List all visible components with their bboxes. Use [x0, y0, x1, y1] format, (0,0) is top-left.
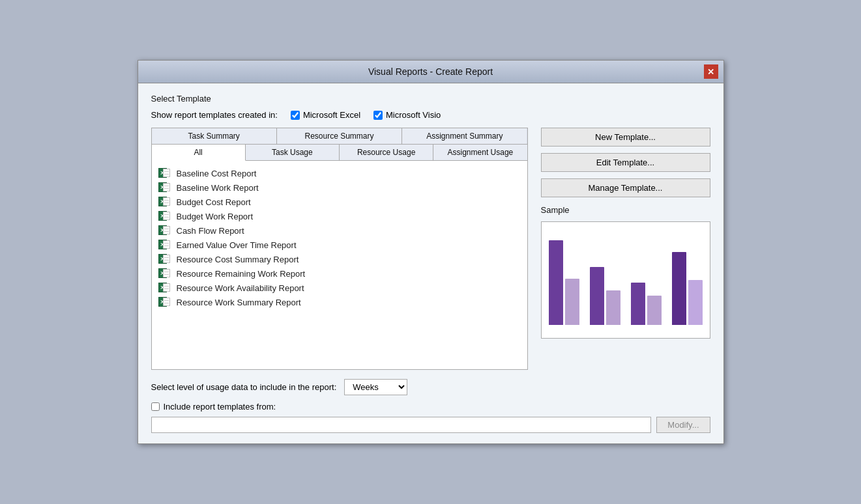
excel-icon: X — [158, 254, 171, 264]
tab-assignment-usage[interactable]: Assignment Usage — [433, 145, 527, 160]
window-title: Visual Reports - Create Report — [158, 66, 704, 77]
tab-assignment-summary[interactable]: Assignment Summary — [402, 128, 527, 144]
excel-icon: X — [158, 283, 171, 293]
excel-label: Microsoft Excel — [303, 110, 360, 120]
list-item[interactable]: XBaseline Work Report — [156, 180, 523, 195]
excel-icon: X — [158, 182, 171, 193]
list-item[interactable]: XResource Work Summary Report — [156, 295, 523, 309]
chart-bar — [549, 240, 563, 325]
report-item-label: Budget Work Report — [177, 212, 254, 221]
excel-icon: X — [158, 225, 171, 236]
manage-template-button[interactable]: Manage Template... — [541, 178, 710, 197]
list-item[interactable]: XResource Work Availability Report — [156, 281, 523, 295]
chart-bar — [606, 290, 620, 325]
report-item-label: Earned Value Over Time Report — [177, 240, 297, 250]
title-bar: Visual Reports - Create Report ✕ — [138, 61, 723, 83]
list-item[interactable]: XResource Remaining Work Report — [156, 266, 523, 281]
list-item[interactable]: XCash Flow Report — [156, 223, 523, 238]
close-button[interactable]: ✕ — [704, 64, 718, 79]
excel-icon: X — [158, 197, 171, 207]
include-label: Include report templates from: — [164, 402, 276, 412]
dialog-content: Select Template Show report templates cr… — [138, 83, 723, 443]
edit-template-button[interactable]: Edit Template... — [541, 153, 710, 172]
select-template-label: Select Template — [151, 94, 710, 104]
left-panel: Task Summary Resource Summary Assignment… — [151, 128, 528, 370]
include-row: Include report templates from: — [151, 402, 710, 412]
excel-icon: X — [158, 297, 171, 307]
sample-chart-wrapper — [541, 221, 710, 339]
tab-task-usage[interactable]: Task Usage — [246, 145, 340, 160]
chart-bar — [565, 279, 579, 325]
include-checkbox[interactable] — [151, 402, 160, 411]
report-list: XBaseline Cost ReportXBaseline Work Repo… — [152, 161, 527, 369]
chart-bar — [631, 283, 645, 325]
chart-bar-group — [590, 267, 620, 325]
list-item[interactable]: XBaseline Cost Report — [156, 166, 523, 180]
right-panel: New Template... Edit Template... Manage … — [541, 128, 710, 339]
report-item-label: Resource Work Availability Report — [177, 283, 304, 293]
excel-icon: X — [158, 168, 171, 178]
chart-bar-group — [631, 283, 662, 325]
visio-checkbox[interactable] — [373, 111, 383, 120]
excel-icon: X — [158, 268, 171, 279]
list-item[interactable]: XResource Cost Summary Report — [156, 252, 523, 266]
chart-bar-group — [672, 252, 703, 325]
list-item[interactable]: XBudget Cost Report — [156, 195, 523, 209]
chart-bar — [672, 252, 686, 325]
report-item-label: Resource Work Summary Report — [177, 298, 301, 307]
excel-checkbox-label[interactable]: Microsoft Excel — [291, 110, 360, 120]
main-window: Visual Reports - Create Report ✕ Select … — [138, 60, 724, 444]
usage-select[interactable]: WeeksDaysMonthsYears — [344, 379, 407, 395]
tab-all[interactable]: All — [152, 145, 246, 161]
chart-bar — [647, 296, 662, 325]
sample-label: Sample — [541, 205, 710, 215]
tab-resource-summary[interactable]: Resource Summary — [277, 128, 402, 144]
path-input[interactable] — [151, 417, 652, 433]
report-item-label: Baseline Work Report — [177, 183, 259, 193]
chart-bar — [688, 280, 703, 325]
excel-icon: X — [158, 211, 171, 221]
main-area: Task Summary Resource Summary Assignment… — [151, 128, 710, 370]
chart-bar-group — [549, 240, 579, 325]
usage-label: Select level of usage data to include in… — [151, 382, 337, 392]
usage-row: Select level of usage data to include in… — [151, 379, 710, 395]
report-item-label: Budget Cost Report — [177, 197, 251, 207]
tab-task-summary[interactable]: Task Summary — [152, 128, 277, 144]
show-templates-label: Show report templates created in: — [151, 110, 278, 120]
tab-resource-usage[interactable]: Resource Usage — [340, 145, 433, 160]
checkbox-row: Show report templates created in: Micros… — [151, 110, 710, 120]
sample-chart — [541, 221, 710, 339]
report-item-label: Cash Flow Report — [177, 226, 244, 236]
top-tab-row: Task Summary Resource Summary Assignment… — [152, 128, 527, 145]
bottom-section: Select level of usage data to include in… — [151, 379, 710, 433]
bottom-tab-row: All Task Usage Resource Usage Assignment… — [152, 145, 527, 161]
visio-checkbox-label[interactable]: Microsoft Visio — [373, 110, 441, 120]
new-template-button[interactable]: New Template... — [541, 128, 710, 147]
visio-label: Microsoft Visio — [386, 110, 441, 120]
path-row: Modify... — [151, 417, 710, 433]
modify-button[interactable]: Modify... — [656, 417, 710, 433]
report-item-label: Baseline Cost Report — [177, 169, 257, 178]
report-item-label: Resource Remaining Work Report — [177, 269, 306, 279]
excel-checkbox[interactable] — [291, 111, 300, 120]
list-item[interactable]: XBudget Work Report — [156, 209, 523, 223]
excel-icon: X — [158, 240, 171, 250]
list-item[interactable]: XEarned Value Over Time Report — [156, 238, 523, 252]
tab-container: Task Summary Resource Summary Assignment… — [151, 128, 528, 370]
report-item-label: Resource Cost Summary Report — [177, 255, 299, 264]
chart-bar — [590, 267, 604, 325]
